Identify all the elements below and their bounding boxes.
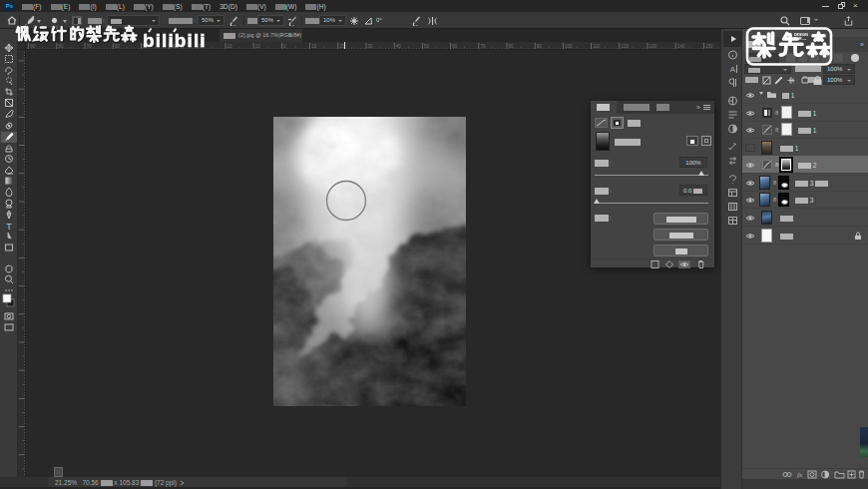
svg-text:10: 10 xyxy=(255,44,261,49)
svg-text:30: 30 xyxy=(199,44,205,49)
svg-text:70: 70 xyxy=(87,44,93,49)
svg-text:fx: fx xyxy=(797,471,803,479)
svg-text:50: 50 xyxy=(424,44,430,49)
svg-text:40: 40 xyxy=(396,44,402,49)
svg-text:90: 90 xyxy=(30,44,36,49)
svg-text:100: 100 xyxy=(565,44,573,49)
svg-text:90: 90 xyxy=(537,44,543,49)
svg-text:150: 150 xyxy=(705,44,713,49)
svg-text:140: 140 xyxy=(677,44,685,49)
svg-text:70: 70 xyxy=(480,44,486,49)
svg-text:110: 110 xyxy=(593,44,601,49)
svg-text:A: A xyxy=(730,65,736,74)
svg-text:0: 0 xyxy=(283,44,286,49)
svg-text:60: 60 xyxy=(452,44,458,49)
svg-text:120: 120 xyxy=(621,44,629,49)
svg-text:50: 50 xyxy=(143,44,149,49)
svg-text:T: T xyxy=(6,222,12,232)
svg-text:40: 40 xyxy=(171,44,177,49)
svg-text:80: 80 xyxy=(509,44,515,49)
svg-text:10: 10 xyxy=(311,44,317,49)
svg-text:130: 130 xyxy=(650,44,657,49)
svg-text:20: 20 xyxy=(227,44,233,49)
svg-text:30: 30 xyxy=(368,44,374,49)
svg-text:80: 80 xyxy=(58,44,64,49)
svg-text:60: 60 xyxy=(115,44,121,49)
